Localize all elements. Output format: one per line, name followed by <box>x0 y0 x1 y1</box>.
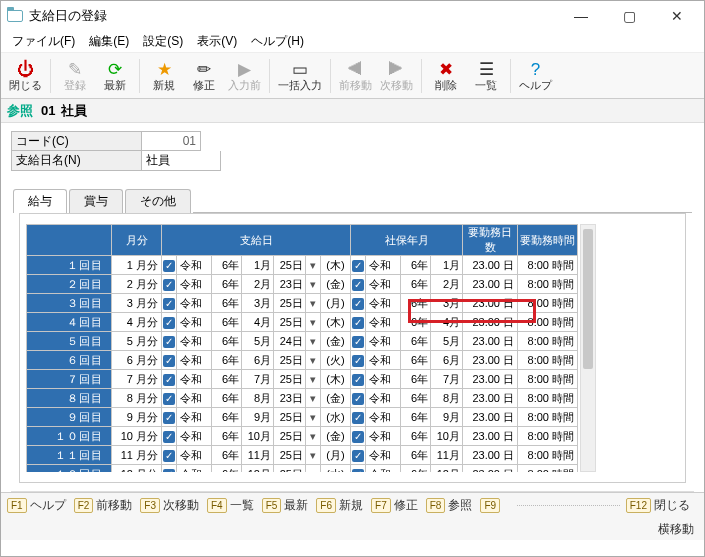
cell-workhours[interactable]: 8:00 時間 <box>518 446 578 465</box>
cell-month-num[interactable]: 5月 <box>242 332 274 351</box>
cell-shaho-month[interactable]: 6月 <box>431 351 463 370</box>
cell-month-num[interactable]: 12月 <box>242 465 274 473</box>
cell-year[interactable]: 6年 <box>212 313 242 332</box>
cell-year[interactable]: 6年 <box>212 389 242 408</box>
list-button[interactable]: ☰一覧 <box>466 60 506 92</box>
fk-close[interactable]: F12閉じる <box>626 497 690 514</box>
cell-year[interactable]: 6年 <box>212 294 242 313</box>
table-row[interactable]: ３回目3 月分令和6年3月25日▾(月)令和6年3月23.00 日8:00 時間 <box>27 294 578 313</box>
cell-shaho-month[interactable]: 2月 <box>431 275 463 294</box>
cell-day[interactable]: 25日 <box>274 351 306 370</box>
batch-input-button[interactable]: ▭一括入力 <box>274 60 326 92</box>
cell-shaho-year[interactable]: 6年 <box>401 427 431 446</box>
paydate-check[interactable] <box>162 351 177 370</box>
cell-shaho-month[interactable]: 10月 <box>431 427 463 446</box>
cell-shaho-era[interactable]: 令和 <box>366 256 401 275</box>
cell-workdays[interactable]: 23.00 日 <box>463 275 518 294</box>
paydate-check[interactable] <box>162 294 177 313</box>
cell-shaho-month[interactable]: 7月 <box>431 370 463 389</box>
shaho-check[interactable] <box>351 275 366 294</box>
cell-workhours[interactable]: 8:00 時間 <box>518 332 578 351</box>
cell-shaho-month[interactable]: 1月 <box>431 256 463 275</box>
cell-shaho-month[interactable]: 9月 <box>431 408 463 427</box>
cell-era[interactable]: 令和 <box>177 275 212 294</box>
table-row[interactable]: １１回目11 月分令和6年11月25日▾(月)令和6年11月23.00 日8:0… <box>27 446 578 465</box>
dropdown-icon[interactable]: ▾ <box>306 370 321 389</box>
cell-day[interactable]: 25日 <box>274 313 306 332</box>
cell-month[interactable]: 11 月分 <box>112 446 162 465</box>
table-row[interactable]: ８回目8 月分令和6年8月23日▾(金)令和6年8月23.00 日8:00 時間 <box>27 389 578 408</box>
cell-workhours[interactable]: 8:00 時間 <box>518 256 578 275</box>
shaho-check[interactable] <box>351 389 366 408</box>
dropdown-icon[interactable]: ▾ <box>306 408 321 427</box>
cell-shaho-year[interactable]: 6年 <box>401 275 431 294</box>
cell-era[interactable]: 令和 <box>177 332 212 351</box>
new-button[interactable]: ★新規 <box>144 60 184 92</box>
cell-day[interactable]: 24日 <box>274 332 306 351</box>
cell-month[interactable]: 9 月分 <box>112 408 162 427</box>
cell-month[interactable]: 6 月分 <box>112 351 162 370</box>
cell-workdays[interactable]: 23.00 日 <box>463 427 518 446</box>
cell-workhours[interactable]: 8:00 時間 <box>518 275 578 294</box>
cell-shaho-era[interactable]: 令和 <box>366 332 401 351</box>
cell-year[interactable]: 6年 <box>212 332 242 351</box>
paydate-check[interactable] <box>162 465 177 473</box>
menu-settings[interactable]: 設定(S) <box>136 31 190 52</box>
cell-workdays[interactable]: 23.00 日 <box>463 313 518 332</box>
paydate-check[interactable] <box>162 256 177 275</box>
cell-workhours[interactable]: 8:00 時間 <box>518 313 578 332</box>
cell-day[interactable]: 25日 <box>274 427 306 446</box>
cell-shaho-year[interactable]: 6年 <box>401 389 431 408</box>
cell-year[interactable]: 6年 <box>212 427 242 446</box>
cell-shaho-month[interactable]: 12月 <box>431 465 463 473</box>
shaho-check[interactable] <box>351 294 366 313</box>
table-row[interactable]: ５回目5 月分令和6年5月24日▾(金)令和6年5月23.00 日8:00 時間 <box>27 332 578 351</box>
cell-month-num[interactable]: 1月 <box>242 256 274 275</box>
paydate-check[interactable] <box>162 389 177 408</box>
cell-day[interactable]: 25日 <box>274 294 306 313</box>
dropdown-icon[interactable]: ▾ <box>306 351 321 370</box>
modify-button[interactable]: ✏修正 <box>184 60 224 92</box>
cell-month-num[interactable]: 9月 <box>242 408 274 427</box>
cell-shaho-year[interactable]: 6年 <box>401 465 431 473</box>
cell-shaho-era[interactable]: 令和 <box>366 465 401 473</box>
table-row[interactable]: ２回目2 月分令和6年2月23日▾(金)令和6年2月23.00 日8:00 時間 <box>27 275 578 294</box>
cell-workhours[interactable]: 8:00 時間 <box>518 389 578 408</box>
cell-month-num[interactable]: 11月 <box>242 446 274 465</box>
dropdown-icon[interactable]: ▾ <box>306 389 321 408</box>
cell-shaho-era[interactable]: 令和 <box>366 408 401 427</box>
delete-button[interactable]: ✖削除 <box>426 60 466 92</box>
dropdown-icon[interactable]: ▾ <box>306 275 321 294</box>
fk-next[interactable]: F3次移動 <box>140 497 199 514</box>
paydate-check[interactable] <box>162 408 177 427</box>
maximize-button[interactable]: ▢ <box>608 3 650 29</box>
shaho-check[interactable] <box>351 256 366 275</box>
cell-era[interactable]: 令和 <box>177 465 212 473</box>
table-row[interactable]: ９回目9 月分令和6年9月25日▾(水)令和6年9月23.00 日8:00 時間 <box>27 408 578 427</box>
code-field[interactable]: 01 <box>141 131 201 151</box>
dropdown-icon[interactable]: ▾ <box>306 294 321 313</box>
table-row[interactable]: ４回目4 月分令和6年4月25日▾(木)令和6年4月23.00 日8:00 時間 <box>27 313 578 332</box>
cell-shaho-era[interactable]: 令和 <box>366 275 401 294</box>
cell-shaho-month[interactable]: 11月 <box>431 446 463 465</box>
table-row[interactable]: ７回目7 月分令和6年7月25日▾(木)令和6年7月23.00 日8:00 時間 <box>27 370 578 389</box>
cell-day[interactable]: 25日 <box>274 408 306 427</box>
cell-shaho-year[interactable]: 6年 <box>401 294 431 313</box>
cell-day[interactable]: 25日 <box>274 256 306 275</box>
cell-era[interactable]: 令和 <box>177 370 212 389</box>
cell-shaho-year[interactable]: 6年 <box>401 256 431 275</box>
cell-day[interactable]: 25日 <box>274 465 306 473</box>
shaho-check[interactable] <box>351 332 366 351</box>
cell-month[interactable]: 10 月分 <box>112 427 162 446</box>
cell-era[interactable]: 令和 <box>177 427 212 446</box>
cell-month[interactable]: 5 月分 <box>112 332 162 351</box>
menu-help[interactable]: ヘルプ(H) <box>244 31 311 52</box>
shaho-check[interactable] <box>351 427 366 446</box>
hscroll-label[interactable]: 横移動 <box>658 521 694 538</box>
cell-month-num[interactable]: 7月 <box>242 370 274 389</box>
cell-workhours[interactable]: 8:00 時間 <box>518 408 578 427</box>
cell-shaho-era[interactable]: 令和 <box>366 294 401 313</box>
cell-month[interactable]: 4 月分 <box>112 313 162 332</box>
cell-shaho-year[interactable]: 6年 <box>401 446 431 465</box>
shaho-check[interactable] <box>351 351 366 370</box>
